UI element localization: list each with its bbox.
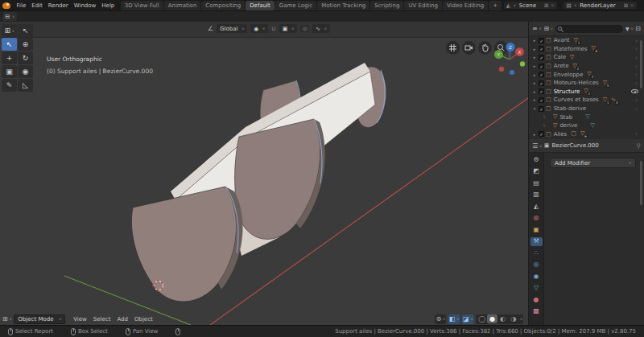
menu-window[interactable]: Window (71, 2, 99, 9)
disclosure-toggle[interactable]: ▸ (532, 47, 537, 51)
disclosure-toggle[interactable]: ▸ (532, 64, 537, 68)
menu-object[interactable]: Object (131, 316, 156, 323)
tool-select-box[interactable]: ↖ (2, 38, 17, 51)
collection-checkbox[interactable]: ✓ (539, 80, 544, 86)
outliner-row-arete[interactable]: ▸✓□Arete▽2v (529, 62, 641, 71)
tool-rotate[interactable]: ↻ (18, 51, 33, 64)
outliner-row-cale[interactable]: ▸✓□Cale▽v (529, 53, 641, 62)
outliner-row-stab[interactable]: └▽Stab▽ (529, 113, 641, 121)
outliner-row-structure[interactable]: ▸✓□Structure▽2 (529, 88, 641, 97)
outliner-filter-id-dropdown[interactable]: ⊞v (543, 25, 552, 32)
collection-checkbox[interactable]: ✓ (539, 46, 544, 51)
pan-view-button[interactable] (478, 41, 492, 55)
outliner-row-derive[interactable]: └▽derive▽ (529, 121, 641, 130)
shading-solid-button[interactable]: ● (487, 314, 497, 323)
pivot-point-select[interactable]: ◉ v (250, 24, 268, 33)
shading-wireframe-button[interactable]: ◯ (477, 314, 487, 323)
outliner-row-stab-derive[interactable]: ▾✓□Stab-derivev (529, 105, 641, 113)
pin-icon[interactable]: ⚲ (636, 142, 641, 150)
workspace-tab-motion-tracking[interactable]: Motion Tracking (317, 1, 369, 10)
properties-tab-particles[interactable]: ∴ (530, 249, 543, 257)
snap-magnet-toggle[interactable]: ∪ (271, 25, 276, 32)
mode-select[interactable]: Object Mode v (14, 314, 65, 324)
collection-checkbox[interactable]: ✓ (539, 88, 544, 94)
properties-tab-modifiers[interactable]: ⚒ (530, 237, 543, 246)
falloff-select[interactable]: ∿ v (312, 24, 330, 33)
outliner-row-avant[interactable]: ▸✓□Avant▽1v (529, 36, 641, 45)
collection-checkbox[interactable]: ✓ (539, 38, 544, 43)
visibility-eye-icon[interactable] (631, 89, 638, 93)
disclosure-toggle[interactable]: ▸ (532, 132, 537, 137)
workspace-tab-animation[interactable]: Animation (164, 1, 201, 10)
tool-select-tweak[interactable]: ↖ (18, 24, 33, 37)
menu-render[interactable]: Render (45, 2, 71, 9)
properties-tab-object-data[interactable]: ▽ (530, 284, 543, 293)
properties-tab-material[interactable]: ● (530, 295, 543, 304)
tool-cursor[interactable]: ⊕ (18, 38, 33, 51)
tool-annotate[interactable]: ✎ (2, 79, 17, 92)
xray-toggle[interactable]: ◪v (462, 314, 473, 324)
remove-view-layer-button[interactable]: × (630, 2, 634, 9)
new-scene-button[interactable]: ⊞ (544, 2, 548, 9)
properties-tab-render[interactable]: ◩ (530, 167, 543, 176)
blender-logo-icon[interactable] (2, 2, 10, 9)
disclosure-toggle[interactable]: ▸ (532, 72, 537, 77)
outliner-filter-dropdown[interactable]: ▼v (625, 26, 633, 31)
outliner-display-mode-dropdown[interactable]: ≡v (532, 25, 541, 32)
gizmo-y-negative[interactable] (520, 61, 525, 66)
properties-tab-view-layer[interactable]: ▥ (530, 191, 543, 199)
properties-editor-dropdown[interactable]: ☰v (532, 142, 542, 150)
collection-checkbox[interactable]: ✓ (539, 55, 544, 60)
gizmos-dropdown[interactable]: ⊚v (435, 314, 445, 324)
tool-move[interactable]: + (2, 51, 17, 64)
workspace-tab-3d-view-full[interactable]: 3D View Full (121, 1, 163, 10)
workspace-tab-game-logic[interactable]: Game Logic (275, 1, 316, 10)
collection-checkbox[interactable]: ✓ (539, 64, 544, 69)
menu-view[interactable]: View (70, 316, 90, 323)
menu-add[interactable]: Add (114, 316, 131, 323)
menu-file[interactable]: File (14, 2, 29, 9)
tool-scale[interactable]: ▣ (2, 65, 17, 78)
outliner-row-moteurs-helices[interactable]: ▸✓□Moteurs-Helices▽5v (529, 79, 641, 88)
snap-target-select[interactable]: ▣ v (279, 24, 297, 33)
disclosure-toggle[interactable]: ▸ (532, 97, 537, 102)
properties-tab-object[interactable]: ▣ (530, 225, 543, 234)
workspace-tab-compositing[interactable]: Compositing (201, 1, 245, 10)
scene-selector[interactable]: ◭ v Scene ⊞ × (503, 1, 558, 10)
editor-type-dropdown[interactable]: ⊞ v (2, 315, 11, 323)
shading-rendered-button[interactable]: ◑ (508, 314, 518, 323)
tool-measure[interactable]: ◺ (18, 79, 33, 92)
transform-orientation-select[interactable]: Global v (217, 24, 247, 33)
outliner-row-enveloppe[interactable]: ▸✓□Enveloppe▽2v (529, 70, 641, 79)
camera-view-button[interactable] (462, 41, 476, 55)
properties-tab-world[interactable]: ◍ (530, 214, 543, 223)
properties-scrollbar[interactable] (640, 161, 642, 205)
properties-tab-scene[interactable]: ◭ (530, 202, 543, 211)
properties-tab-tool[interactable]: ⚙ (530, 155, 543, 164)
workspace-tab-default[interactable]: Default (246, 1, 275, 10)
collection-checkbox[interactable]: ✓ (539, 72, 544, 77)
unlink-scene-button[interactable]: × (551, 2, 555, 9)
collection-checkbox[interactable]: ✓ (539, 106, 544, 112)
new-view-layer-button[interactable]: ⊞ (624, 2, 628, 9)
tool-transform[interactable]: ◉ (18, 65, 33, 78)
outliner-row-curves-et-bases[interactable]: ▸✓□Curves et bases▽1∿3v (529, 96, 641, 105)
view-layer-selector[interactable]: ▤ v RenderLayer ⊞ × (563, 1, 638, 10)
disclosure-toggle[interactable]: ▸ (532, 38, 537, 43)
new-collection-button[interactable]: ⊡ (635, 25, 641, 32)
add-modifier-dropdown[interactable]: Add Modifier v (550, 158, 636, 168)
gizmo-x-negative[interactable] (499, 67, 504, 72)
properties-tab-output[interactable]: ▤ (530, 179, 543, 187)
menu-select[interactable]: Select (90, 316, 114, 323)
properties-tab-constraints[interactable]: ◉ (530, 272, 543, 281)
outliner-search-input[interactable] (555, 25, 623, 33)
grid-button[interactable] (446, 41, 460, 55)
properties-tab-texture[interactable]: ▩ (530, 307, 543, 316)
shading-material-button[interactable]: ◐ (497, 314, 508, 323)
gizmo-z-negative[interactable] (510, 70, 514, 75)
workspace-tab-scripting[interactable]: Scripting (370, 1, 403, 10)
workspace-tab-video-editing[interactable]: Video Editing (443, 1, 488, 10)
screen-layout-dropdown[interactable]: ⊟ v (2, 12, 17, 21)
disclosure-toggle[interactable]: ▸ (532, 55, 537, 60)
outliner-row-plateformes[interactable]: ▸✓□Plateformes▽6v (529, 45, 641, 54)
